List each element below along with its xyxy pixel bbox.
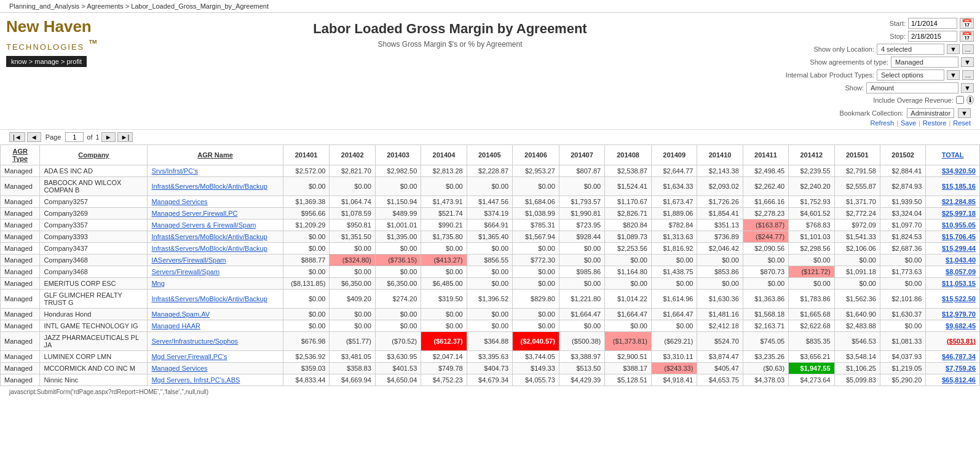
cell-total: $15,185.16 xyxy=(926,177,980,196)
location-more-btn[interactable]: ... xyxy=(962,44,974,54)
cell-201405: $0.00 xyxy=(467,309,512,320)
col-agr-type: AGRType xyxy=(1,145,40,165)
page-total: 1 xyxy=(96,133,100,141)
cell-201402: ($324.80) xyxy=(330,255,375,266)
cell-201410: $1,726.26 xyxy=(697,196,743,208)
cell-201501: $2,555.87 xyxy=(834,177,880,196)
cell-agr-name[interactable]: Server/Infrastructure/Sophos xyxy=(148,332,283,351)
location-dropdown[interactable]: ▼ xyxy=(947,44,960,54)
cell-agr-type: Managed xyxy=(1,278,40,290)
last-page-btn[interactable]: ►| xyxy=(117,132,133,142)
cell-201409: ($629.21) xyxy=(651,332,697,351)
cell-201410: $2,093.02 xyxy=(697,177,743,196)
cell-201405: $404.73 xyxy=(467,363,512,374)
cell-201501: $5,099.83 xyxy=(834,374,880,386)
labor-product-more-btn[interactable]: ... xyxy=(962,70,974,80)
agreement-type-dropdown[interactable]: ▼ xyxy=(961,57,974,67)
bookmark-dropdown[interactable]: ▼ xyxy=(958,108,971,118)
cell-agr-name[interactable]: Infrast&Servers/MoBlock/Antiv/Backup xyxy=(148,231,283,243)
cell-201406: $0.00 xyxy=(513,320,559,332)
cell-201407: $0.00 xyxy=(559,177,604,196)
cell-201411: $2,278.23 xyxy=(743,208,788,219)
prev-page-btn[interactable]: ◄ xyxy=(27,132,41,142)
table-row: ManagedCompany3257Managed Services$1,369… xyxy=(1,196,980,208)
cell-201403: ($736.15) xyxy=(375,255,421,266)
cell-201406: $0.00 xyxy=(513,278,559,290)
cell-201408: ($1,373.81) xyxy=(605,332,652,351)
logo-tagline: know > manage > profit xyxy=(6,56,87,67)
stop-cal-icon[interactable]: 📅 xyxy=(960,31,974,42)
stop-label: Stop: xyxy=(890,33,906,40)
controls-panel: Start: 📅 Stop: 📅 Show only Location: 4 s… xyxy=(765,18,974,106)
table-row: ManagedADA ES INC ADSrvs/Infrst/PC's$2,5… xyxy=(1,165,980,177)
cell-201408: $2,538.87 xyxy=(605,165,652,177)
include-overage-info[interactable]: ℹ xyxy=(966,95,974,105)
cell-agr-name[interactable]: Mng xyxy=(148,278,283,290)
table-row: ManagedCompany3468Servers/Firewall/Spam$… xyxy=(1,266,980,278)
cell-agr-name[interactable]: Infrast&Servers/MoBlock/Antiv/Backup xyxy=(148,243,283,255)
cell-201404: ($413.27) xyxy=(421,255,467,266)
first-page-btn[interactable]: |◄ xyxy=(9,132,25,142)
cell-201502: $1,939.50 xyxy=(880,196,925,208)
status-link[interactable]: javascript:SubmitForm('rdPage.aspx?rdRep… xyxy=(9,389,208,395)
cell-201407: $0.00 xyxy=(559,243,604,255)
start-input[interactable] xyxy=(908,18,957,29)
cell-agr-name[interactable]: Managed HAAR xyxy=(148,320,283,332)
cell-201405: $1,447.56 xyxy=(467,196,512,208)
table-row: ManagedLUMINEX CORP LMNMgd Server,Firewa… xyxy=(1,351,980,363)
page-input[interactable] xyxy=(65,132,84,142)
col-201410: 201410 xyxy=(697,145,743,165)
restore-link[interactable]: Restore xyxy=(923,119,947,127)
cell-agr-name[interactable]: Mgd Server,Firewall,PC's xyxy=(148,351,283,363)
cell-201406: $0.00 xyxy=(513,177,559,196)
cell-201403: $4,650.04 xyxy=(375,374,421,386)
cell-201407: $0.00 xyxy=(559,320,604,332)
save-link[interactable]: Save xyxy=(901,119,916,127)
cell-agr-name[interactable]: Managed,Spam,AV xyxy=(148,309,283,320)
cell-201409: $3,310.11 xyxy=(651,351,697,363)
col-total: TOTAL xyxy=(926,145,980,165)
cell-201408: $0.00 xyxy=(605,278,652,290)
cell-201405: $856.55 xyxy=(467,255,512,266)
cell-201406: $785.31 xyxy=(513,219,559,231)
cell-agr-name[interactable]: Managed Services xyxy=(148,196,283,208)
include-overage-checkbox[interactable] xyxy=(956,96,964,104)
cell-company: JAZZ PHARMACEUTICALS PL JA xyxy=(40,332,148,351)
cell-total: $9,682.45 xyxy=(926,320,980,332)
reset-link[interactable]: Reset xyxy=(953,119,971,127)
table-row: ManagedJAZZ PHARMACEUTICALS PL JAServer/… xyxy=(1,332,980,351)
cell-agr-name[interactable]: Infrast&Servers/MoBlock/Antiv/Backup xyxy=(148,290,283,309)
start-cal-icon[interactable]: 📅 xyxy=(960,18,974,29)
col-201502: 201502 xyxy=(880,145,925,165)
cell-agr-name[interactable]: Mgd Servers, Infrst,PC's,ABS xyxy=(148,374,283,386)
cell-agr-name[interactable]: Infrast&Servers/MoBlock/Antiv/Backup xyxy=(148,177,283,196)
next-page-btn[interactable]: ► xyxy=(101,132,116,142)
cell-agr-name[interactable]: Managed Servers & Firewall/Spam xyxy=(148,219,283,231)
col-201405: 201405 xyxy=(467,145,512,165)
cell-agr-name[interactable]: IAServers/Firewall/Spam xyxy=(148,255,283,266)
show-dropdown[interactable]: ▼ xyxy=(961,83,974,93)
cell-201412: $768.83 xyxy=(789,219,834,231)
cell-201502: $1,081.33 xyxy=(880,332,925,351)
cell-agr-name[interactable]: Servers/Firewall/Spam xyxy=(148,266,283,278)
col-201412: 201412 xyxy=(789,145,834,165)
cell-201501: $2,483.88 xyxy=(834,320,880,332)
cell-agr-name[interactable]: Managed Server,Firewall,PC xyxy=(148,208,283,219)
cell-201409: $1,313.63 xyxy=(651,231,697,243)
cell-201412: $835.35 xyxy=(789,332,834,351)
cell-agr-name[interactable]: Srvs/Infrst/PC's xyxy=(148,165,283,177)
cell-201406: $772.30 xyxy=(513,255,559,266)
cell-total: $34,920.50 xyxy=(926,165,980,177)
cell-agr-type: Managed xyxy=(1,309,40,320)
cell-201405: $3,395.63 xyxy=(467,351,512,363)
labor-product-dropdown[interactable]: ▼ xyxy=(947,70,960,80)
cell-company: Company3257 xyxy=(40,196,148,208)
cell-201409: $1,673.47 xyxy=(651,196,697,208)
cell-agr-name[interactable]: Managed Services xyxy=(148,363,283,374)
cell-total: $12,979.70 xyxy=(926,309,980,320)
cell-201402: $0.00 xyxy=(330,177,375,196)
refresh-link[interactable]: Refresh xyxy=(871,119,895,127)
cell-201406: ($2,040.57) xyxy=(513,332,559,351)
cell-201502: $2,101.86 xyxy=(880,290,925,309)
stop-input[interactable] xyxy=(908,31,957,42)
